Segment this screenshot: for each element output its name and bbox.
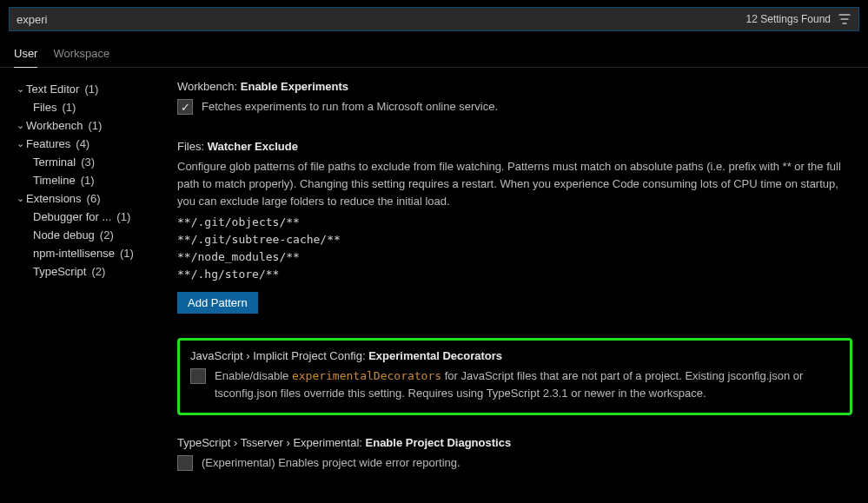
sidebar-item-extensions[interactable]: ⌄ Extensions (6): [10, 189, 155, 208]
sidebar-item-node-debug[interactable]: Node debug (2): [10, 226, 155, 244]
chevron-down-icon: ⌄: [14, 193, 26, 204]
setting-category: Workbench:: [177, 80, 237, 93]
setting-name: Enable Project Diagnostics: [366, 436, 512, 449]
setting-enable-experiments: Workbench: Enable Experiments Fetches ex…: [177, 80, 852, 116]
setting-name: Experimental Decorators: [368, 349, 502, 362]
sidebar-item-label: Debugger for ...: [33, 210, 111, 223]
sidebar-item-label: Workbench: [26, 119, 83, 132]
experimental-decorators-checkbox[interactable]: [190, 368, 206, 384]
pattern-item[interactable]: **/.git/objects/**: [177, 215, 852, 228]
watcher-exclude-patterns: **/.git/objects/** **/.git/subtree-cache…: [177, 215, 852, 281]
sidebar-item-count: (1): [116, 210, 130, 223]
pattern-item[interactable]: **/.hg/store/**: [177, 268, 852, 281]
sidebar-item-debugger[interactable]: Debugger for ... (1): [10, 208, 155, 226]
sidebar-item-count: (1): [81, 174, 95, 187]
sidebar-item-count: (1): [62, 101, 76, 114]
sidebar-item-timeline[interactable]: Timeline (1): [10, 171, 155, 189]
sidebar-item-label: Extensions: [26, 192, 82, 205]
sidebar-item-count: (1): [120, 247, 134, 260]
add-pattern-button[interactable]: Add Pattern: [177, 292, 258, 314]
sidebar-item-label: npm-intellisense: [33, 247, 115, 260]
settings-sidebar: ⌄ Text Editor (1) Files (1) ⌄ Workbench …: [0, 68, 160, 501]
code-token: experimentalDecorators: [292, 369, 441, 382]
setting-category: TypeScript › Tsserver › Experimental:: [177, 436, 362, 449]
setting-title: Files: Watcher Exclude: [177, 140, 852, 153]
filter-icon[interactable]: [838, 12, 851, 26]
search-result-count: 12 Settings Found: [746, 13, 831, 25]
project-diagnostics-checkbox[interactable]: [177, 455, 193, 471]
sidebar-item-files[interactable]: Files (1): [10, 98, 155, 116]
setting-category: Files:: [177, 140, 204, 153]
enable-experiments-checkbox[interactable]: [177, 99, 193, 115]
setting-experimental-decorators-highlight: JavaScript › Implicit Project Config: Ex…: [177, 338, 852, 415]
desc-text: Enable/disable: [215, 369, 292, 382]
sidebar-item-typescript[interactable]: TypeScript (2): [10, 262, 155, 281]
search-input[interactable]: [17, 13, 746, 26]
setting-title: JavaScript › Implicit Project Config: Ex…: [190, 349, 839, 362]
sidebar-item-workbench[interactable]: ⌄ Workbench (1): [10, 116, 155, 135]
sidebar-item-count: (3): [81, 156, 95, 169]
setting-name: Enable Experiments: [241, 80, 348, 93]
sidebar-item-count: (4): [76, 137, 89, 150]
sidebar-item-npm-intellisense[interactable]: npm-intellisense (1): [10, 244, 155, 262]
sidebar-item-label: Timeline: [33, 174, 76, 187]
setting-watcher-exclude: Files: Watcher Exclude Configure glob pa…: [177, 140, 852, 313]
settings-search-bar[interactable]: 12 Settings Found: [9, 7, 859, 31]
sidebar-item-count: (2): [100, 228, 114, 242]
sidebar-item-label: Node debug: [33, 228, 95, 242]
sidebar-item-terminal[interactable]: Terminal (3): [10, 153, 155, 171]
sidebar-item-text-editor[interactable]: ⌄ Text Editor (1): [10, 80, 155, 98]
setting-enable-project-diagnostics: TypeScript › Tsserver › Experimental: En…: [177, 436, 852, 472]
sidebar-item-count: (2): [91, 265, 105, 278]
chevron-down-icon: ⌄: [14, 120, 26, 131]
pattern-item[interactable]: **/.git/subtree-cache/**: [177, 233, 852, 246]
chevron-down-icon: ⌄: [14, 83, 26, 95]
setting-category: JavaScript › Implicit Project Config:: [190, 349, 366, 362]
tab-workspace[interactable]: Workspace: [53, 43, 109, 67]
settings-main: Workbench: Enable Experiments Fetches ex…: [160, 68, 868, 501]
setting-description: Enable/disable experimentalDecorators fo…: [215, 367, 839, 402]
sidebar-item-count: (1): [84, 83, 98, 96]
sidebar-item-features[interactable]: ⌄ Features (4): [10, 135, 155, 153]
sidebar-item-label: Files: [33, 101, 56, 114]
setting-title: TypeScript › Tsserver › Experimental: En…: [177, 436, 852, 449]
sidebar-item-label: TypeScript: [33, 265, 86, 278]
pattern-item[interactable]: **/node_modules/**: [177, 250, 852, 263]
settings-tabs: User Workspace: [0, 38, 868, 68]
chevron-down-icon: ⌄: [14, 138, 26, 149]
setting-description: Configure glob patterns of file paths to…: [177, 158, 852, 210]
setting-title: Workbench: Enable Experiments: [177, 80, 852, 93]
sidebar-item-label: Text Editor: [26, 83, 79, 96]
sidebar-item-label: Terminal: [33, 156, 76, 169]
setting-name: Watcher Exclude: [208, 140, 298, 153]
tab-user[interactable]: User: [14, 43, 37, 68]
setting-description: Fetches experiments to run from a Micros…: [202, 98, 498, 116]
setting-description: (Experimental) Enables project wide erro…: [202, 454, 461, 472]
sidebar-item-count: (6): [87, 192, 101, 205]
sidebar-item-count: (1): [89, 119, 103, 132]
sidebar-item-label: Features: [26, 137, 70, 150]
